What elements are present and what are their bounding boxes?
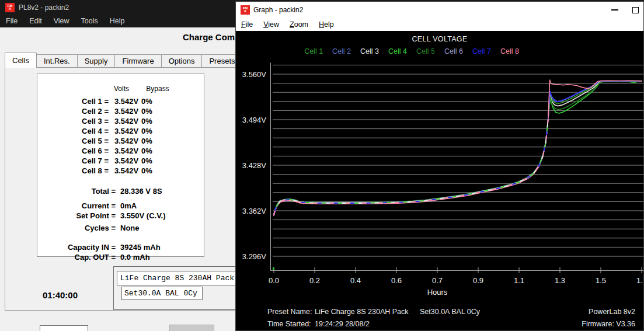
menu-item-file[interactable]: File	[0, 15, 23, 27]
stat-label: Current =	[37, 201, 116, 211]
svg-text:0.2: 0.2	[309, 276, 320, 285]
menu-item-tools[interactable]: Tools	[75, 15, 104, 27]
cell-label: Cell 1 =	[37, 96, 109, 106]
stat-value: 28.336 V 8S	[116, 186, 204, 196]
cell-label: Cell 8 =	[37, 166, 109, 176]
tab-supply[interactable]: Supply	[77, 54, 116, 68]
stat-label: Total =	[37, 186, 116, 196]
cell-volts: 3.542V	[109, 156, 141, 166]
cell-bypass: 0%	[141, 136, 165, 146]
legend-cell-2: Cell 2	[332, 47, 351, 55]
cell-row: Cell 4 =3.542V0%	[37, 126, 204, 136]
graph-window-title: Graph - packin2	[253, 6, 303, 14]
charge-timer: 01:40:00	[43, 290, 78, 300]
cell-row: Cell 8 =3.542V0%	[37, 166, 204, 176]
cell-row: Cell 6 =3.542V0%	[37, 146, 204, 156]
stat-row: Cycles =None	[37, 223, 204, 233]
cell-row: Cell 3 =3.542V0%	[37, 116, 204, 126]
svg-text:3.560V: 3.560V	[242, 70, 267, 79]
graph-titlebar[interactable]: FMA Graph - packin2	[236, 2, 643, 18]
svg-text:Hours: Hours	[427, 288, 448, 297]
main-window-title: PL8v2 - packin2	[19, 4, 69, 12]
minimize-button[interactable]	[611, 9, 618, 11]
device-name: PowerLab 8v2	[589, 308, 635, 316]
volts-header: Volts	[104, 85, 139, 93]
stat-label: Capacity IN =	[37, 242, 116, 252]
stat-label: Cap. OUT =	[37, 252, 116, 262]
cell-bypass: 0%	[141, 96, 165, 106]
menu-item-help[interactable]: Help	[104, 15, 131, 27]
menu-item-zoom[interactable]: Zoom	[284, 19, 314, 30]
cell-label: Cell 4 =	[37, 126, 109, 136]
stat-value: 3.550V (C.V.)	[116, 211, 204, 221]
menu-item-view[interactable]: View	[258, 19, 284, 30]
menu-item-view[interactable]: View	[48, 15, 75, 27]
cell-bypass: 0%	[141, 116, 165, 126]
svg-text:1.5: 1.5	[596, 276, 606, 285]
graph-content: 0.00.20.40.60.70.91.11.31.51.7Hours3.560…	[236, 31, 643, 330]
bottom-left-button[interactable]	[40, 325, 88, 331]
legend-cell-7: Cell 7	[472, 47, 491, 55]
cell-volts: 3.542V	[109, 146, 141, 156]
stat-value: 39245 mAh	[116, 242, 204, 252]
cell-row: Cell 5 =3.542V0%	[37, 136, 204, 146]
cell-label: Cell 3 =	[37, 116, 109, 126]
stat-value: 0.0 mAh	[116, 252, 204, 262]
stat-label: Set Point =	[37, 211, 116, 221]
maximize-button[interactable]	[632, 7, 639, 13]
time-started-label: Time Started:	[267, 320, 311, 328]
preset-detail-value: Set30.0A BAL 0Cy	[420, 308, 480, 316]
cell-volts: 3.542V	[109, 136, 141, 146]
main-tabs: CellsInt.Res.SupplyFirmwareOptionsPreset…	[5, 53, 274, 68]
svg-text:1.1: 1.1	[514, 276, 524, 285]
tab-cells[interactable]: Cells	[5, 53, 37, 68]
svg-text:3.494V: 3.494V	[242, 116, 267, 124]
stat-row: Capacity IN =39245 mAh	[37, 242, 204, 252]
cell-row: Cell 7 =3.542V0%	[37, 156, 204, 166]
chart-legend: Cell 1Cell 2Cell 3Cell 4Cell 5Cell 6Cell…	[236, 47, 643, 55]
preset-settings-box[interactable]: Set30.0A BAL 0Cy	[121, 287, 203, 300]
graph-menubar: FileViewZoomHelp	[236, 18, 643, 31]
cell-label: Cell 5 =	[37, 136, 109, 146]
cell-volts: 3.542V	[109, 106, 141, 116]
cell-rows: Cell 1 =3.542V0%Cell 2 =3.542V0%Cell 3 =…	[37, 96, 204, 176]
fma-logo-icon: FMA	[5, 3, 15, 12]
legend-cell-4: Cell 4	[388, 47, 407, 55]
tab-options[interactable]: Options	[161, 54, 203, 68]
stat-value: 0mA	[116, 201, 204, 211]
tab-firmware[interactable]: Firmware	[114, 54, 161, 68]
charge-status-heading: Charge Comp	[183, 32, 240, 42]
legend-cell-8: Cell 8	[500, 47, 519, 55]
graph-window: FMA Graph - packin2 FileViewZoomHelp 0.0…	[235, 1, 644, 331]
stat-value: None	[116, 223, 204, 233]
bottom-right-button[interactable]	[169, 325, 214, 331]
menu-item-edit[interactable]: Edit	[23, 15, 48, 27]
cell-bypass: 0%	[141, 106, 165, 116]
svg-text:0.9: 0.9	[473, 276, 483, 285]
cells-panel: Volts Bypass Cell 1 =3.542V0%Cell 2 =3.5…	[37, 74, 204, 257]
cell-row: Cell 2 =3.542V0%	[37, 106, 204, 116]
tab-int-res-[interactable]: Int.Res.	[36, 54, 78, 68]
svg-text:3.296V: 3.296V	[242, 252, 267, 261]
svg-text:0.6: 0.6	[391, 276, 402, 285]
cell-row: Cell 1 =3.542V0%	[37, 96, 204, 106]
fma-logo-icon: FMA	[241, 5, 250, 15]
chart-title: CELL VOLTAGE	[236, 35, 643, 43]
pack-stats: Total =28.336 V 8SCurrent =0mASet Point …	[37, 179, 204, 262]
cell-volts: 3.542V	[109, 166, 141, 176]
svg-text:0.4: 0.4	[350, 276, 361, 285]
menu-item-file[interactable]: File	[236, 19, 258, 30]
legend-cell-3: Cell 3	[360, 47, 379, 55]
voltage-chart[interactable]: 0.00.20.40.60.70.91.11.31.51.7Hours3.560…	[236, 31, 643, 330]
legend-cell-1: Cell 1	[304, 47, 323, 55]
cell-label: Cell 6 =	[37, 146, 109, 156]
cell-label: Cell 7 =	[37, 156, 109, 166]
stat-label: Cycles =	[37, 223, 116, 233]
maximize-icon	[632, 7, 639, 13]
svg-text:0.0: 0.0	[269, 276, 279, 285]
time-started-value: 19:24:29 28/08/2	[315, 320, 370, 328]
bypass-header: Bypass	[140, 85, 175, 93]
menu-item-help[interactable]: Help	[314, 19, 339, 30]
legend-cell-5: Cell 5	[416, 47, 435, 55]
svg-text:1.7: 1.7	[636, 276, 643, 285]
